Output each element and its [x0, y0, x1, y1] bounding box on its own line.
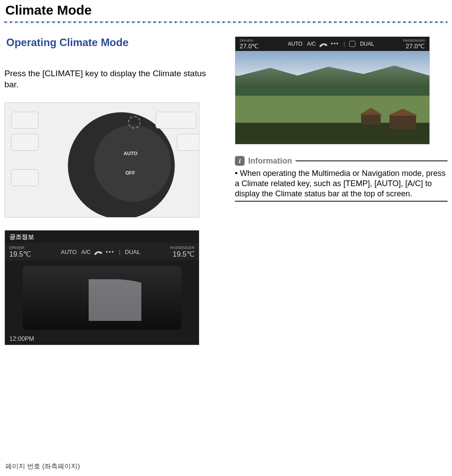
- climate-screen-header: 공조정보: [9, 233, 34, 241]
- page-footer: 페이지 번호 (좌측페이지): [5, 462, 80, 471]
- nav-hut: [361, 114, 381, 125]
- driver-temp: 27.0℃: [240, 43, 259, 50]
- status-mid: AUTO A/C ••• | DUAL: [61, 249, 140, 255]
- auto-indicator: AUTO: [61, 249, 77, 255]
- right-column: DRIVER 27.0℃ AUTO A/C ••• | DUAL PASSENG…: [235, 36, 448, 345]
- driver-label: DRIVER: [9, 246, 31, 250]
- nav-climate-bar-photo: DRIVER 27.0℃ AUTO A/C ••• | DUAL PASSENG…: [235, 36, 430, 144]
- info-top-rule: [296, 160, 448, 161]
- driver-temp: 19.5℃: [9, 250, 31, 258]
- panel-dial-off-label: OFF: [125, 170, 135, 176]
- title-divider: [4, 21, 448, 23]
- panel-button-mode: [11, 134, 39, 151]
- information-heading: i Information: [235, 156, 448, 166]
- passenger-temp: 27.0℃: [403, 43, 425, 50]
- panel-dial: [79, 119, 186, 212]
- recirc-icon: [349, 41, 355, 47]
- dual-indicator: DUAL: [125, 249, 140, 255]
- information-body: • When operating the Multimedia or Navig…: [235, 168, 448, 199]
- left-column: Operating Climate Mode Press the [CLIMAT…: [4, 36, 217, 345]
- climate-screen-photo: 공조정보 DRIVER 19.5℃ AUTO A/C ••• | DUAL: [4, 230, 199, 345]
- fan-level-dots: •••: [331, 41, 339, 47]
- passenger-label: PASSENGER: [170, 246, 195, 250]
- climate-status-bar: DRIVER 19.5℃ AUTO A/C ••• | DUAL PASSENG…: [5, 243, 199, 261]
- fan-icon: [95, 249, 101, 255]
- information-label: Information: [248, 156, 292, 166]
- page-title: Climate Mode: [5, 3, 448, 18]
- panel-dial-auto-label: AUTO: [124, 151, 137, 156]
- clock: 12:00PM: [9, 335, 34, 342]
- panel-button-ac: [11, 112, 39, 129]
- manual-page: Climate Mode Operating Climate Mode Pres…: [0, 3, 452, 476]
- auto-indicator: AUTO: [288, 41, 303, 47]
- climate-panel-photo: AUTO OFF: [4, 102, 199, 218]
- passenger-label: PASSENGER: [403, 39, 425, 43]
- section-title: Operating Climate Mode: [6, 36, 217, 49]
- passenger-block: PASSENGER 19.5℃: [170, 246, 195, 258]
- driver-label: DRIVER: [240, 39, 259, 43]
- spacer: [4, 218, 217, 230]
- dual-indicator: DUAL: [360, 41, 374, 47]
- ac-indicator: A/C: [307, 41, 316, 47]
- fan-icon: [320, 41, 327, 47]
- fan-level-dots: •••: [106, 249, 115, 255]
- passenger-temp: 19.5℃: [170, 250, 195, 258]
- nav-hut: [390, 115, 416, 129]
- panel-button-temp: [11, 169, 39, 186]
- nav-status-bar: DRIVER 27.0℃ AUTO A/C ••• | DUAL PASSENG…: [235, 37, 429, 51]
- driver-block: DRIVER 27.0℃: [240, 39, 259, 50]
- two-column-layout: Operating Climate Mode Press the [CLIMAT…: [4, 36, 448, 345]
- intro-text: Press the [CLIMATE] key to display the C…: [4, 68, 217, 90]
- info-icon: i: [235, 156, 245, 166]
- status-mid: AUTO A/C ••• | DUAL: [288, 41, 374, 47]
- info-bottom-rule: [235, 201, 448, 202]
- driver-block: DRIVER 19.5℃: [9, 246, 31, 258]
- car-illustration: [23, 266, 181, 330]
- passenger-block: PASSENGER 27.0℃: [403, 39, 425, 50]
- ac-indicator: A/C: [81, 249, 91, 255]
